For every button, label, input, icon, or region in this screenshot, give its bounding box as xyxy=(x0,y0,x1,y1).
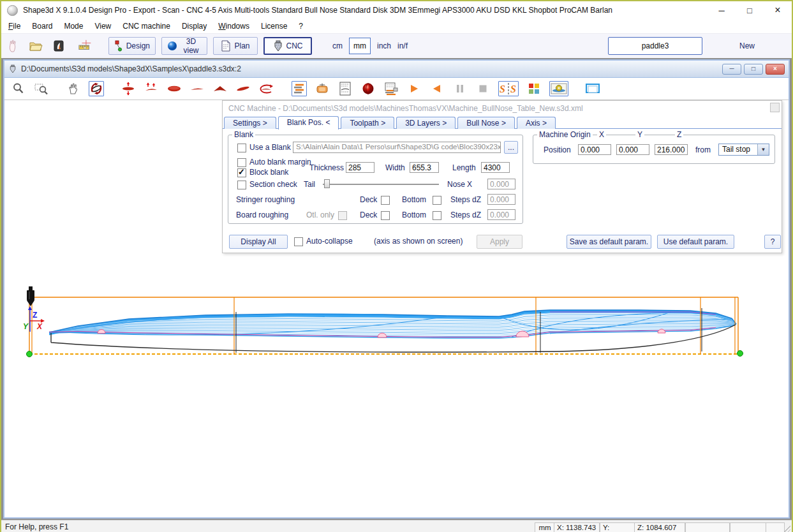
dialog-collapse-button[interactable] xyxy=(770,103,780,112)
tab-axis[interactable]: Axis > xyxy=(517,117,556,129)
resize-grip[interactable] xyxy=(783,526,790,532)
gcode-file-icon[interactable] xyxy=(337,81,353,96)
tab-bull-nose[interactable]: Bull Nose > xyxy=(457,117,515,129)
play-reverse-icon[interactable] xyxy=(429,81,445,96)
color-layers-icon[interactable] xyxy=(526,81,542,96)
length-input[interactable] xyxy=(481,162,510,173)
menu-view[interactable]: View xyxy=(89,20,117,32)
menu-license[interactable]: License xyxy=(255,20,293,32)
slider-thumb[interactable] xyxy=(324,179,330,188)
origin-y-input[interactable] xyxy=(616,144,649,155)
menu-board[interactable]: Board xyxy=(26,20,58,32)
from-dropdown[interactable]: Tail stop ▼ xyxy=(718,144,769,156)
pause-icon[interactable] xyxy=(452,81,468,96)
doc-minimize-button[interactable]: ─ xyxy=(722,64,741,75)
minimize-button[interactable]: ─ xyxy=(708,1,736,19)
origin-z-input[interactable] xyxy=(655,144,688,155)
rotate-3d-icon[interactable] xyxy=(89,81,104,96)
toolpath-file-icon[interactable] xyxy=(383,81,399,96)
open-folder-icon[interactable] xyxy=(28,38,43,54)
maximize-button[interactable]: □ xyxy=(736,1,764,19)
unit-mm-selected[interactable]: mm xyxy=(349,38,371,54)
stringer-deck-checkbox[interactable] xyxy=(381,196,390,205)
scale-thickness-icon[interactable] xyxy=(121,81,136,96)
tab-3d-layers[interactable]: 3D Layers > xyxy=(396,117,456,129)
display-all-button[interactable]: Display All xyxy=(229,235,288,249)
slice-view-icon[interactable] xyxy=(235,81,251,96)
menu-help[interactable]: ? xyxy=(293,20,309,32)
tab-settings[interactable]: Settings > xyxy=(224,117,276,129)
speed-sphere-icon[interactable] xyxy=(360,81,376,96)
svg-text:S: S xyxy=(510,84,516,94)
ruler-icon[interactable] xyxy=(78,38,93,54)
menu-mode[interactable]: Mode xyxy=(58,20,89,32)
design-button[interactable]: Design xyxy=(108,37,156,55)
mirror-toolpath-icon[interactable]: SS xyxy=(498,81,519,96)
new-board-button[interactable]: New xyxy=(702,38,792,54)
dialog-help-button[interactable]: ? xyxy=(764,235,781,249)
origin-x-header: X xyxy=(597,131,606,139)
section-position-slider[interactable] xyxy=(323,179,439,189)
stop-icon[interactable] xyxy=(475,81,491,96)
origin-y-header: Y xyxy=(635,131,644,139)
width-input[interactable] xyxy=(410,162,439,173)
status-bar: For Help, press F1 mm X: 1138.743 Y: -0.… xyxy=(1,520,792,532)
board-bottom-checkbox[interactable] xyxy=(433,211,441,220)
axis-y-label: Y xyxy=(23,322,29,331)
use-default-param-button[interactable]: Use default param. xyxy=(657,235,734,249)
unit-inch[interactable]: inch xyxy=(374,41,394,50)
stringer-bottom-checkbox[interactable] xyxy=(433,196,441,205)
doc-restore-button[interactable]: □ xyxy=(744,64,763,75)
menu-windows[interactable]: Windows xyxy=(212,20,255,32)
section-view-icon[interactable] xyxy=(212,81,228,96)
auto-collapse-checkbox[interactable] xyxy=(294,237,303,246)
menu-file[interactable]: File xyxy=(3,20,26,32)
menu-display[interactable]: Display xyxy=(176,20,212,32)
glove-tool-icon[interactable] xyxy=(5,38,20,54)
unit-inf[interactable]: in/f xyxy=(395,41,410,50)
save-icon[interactable] xyxy=(51,38,66,54)
save-default-param-button[interactable]: Save as default param. xyxy=(567,235,651,249)
position-label: Position xyxy=(544,145,571,154)
design-canvas[interactable]: Z X Y CNC Machine - D:\Documents\S3d mod… xyxy=(4,100,789,517)
outline-view-icon[interactable] xyxy=(167,81,182,96)
browse-blank-button[interactable]: ... xyxy=(504,141,518,154)
origin-x-input[interactable] xyxy=(578,144,611,155)
monitor-view-icon[interactable] xyxy=(585,81,600,96)
axis-z-label: Z xyxy=(33,311,37,320)
close-button[interactable]: × xyxy=(764,1,792,19)
thickness-input[interactable] xyxy=(346,162,374,173)
status-y-coordinate: Y: -0.000 xyxy=(600,522,635,532)
doc-close-button[interactable]: × xyxy=(766,64,785,75)
auto-blank-margin-checkbox[interactable] xyxy=(237,158,246,167)
board-deck-checkbox[interactable] xyxy=(381,211,390,220)
auto-collapse-label: Auto-collapse xyxy=(306,237,353,246)
menu-cnc-machine[interactable]: CNC machine xyxy=(117,20,176,32)
zoom-icon[interactable] xyxy=(11,81,26,96)
nose-origin-handle[interactable] xyxy=(737,351,743,357)
simulation-view-icon[interactable] xyxy=(549,81,568,96)
play-icon[interactable] xyxy=(406,81,422,96)
scale-rocker-icon[interactable] xyxy=(144,81,159,96)
block-blank-checkbox[interactable] xyxy=(237,168,246,177)
board-name-box[interactable]: paddle3 xyxy=(608,37,702,55)
3d-view-button[interactable]: 3D view xyxy=(161,37,207,55)
document-title-bar[interactable]: D:\Documents\S3d models\Shape3dX\Samples… xyxy=(4,61,789,78)
machine-icon[interactable] xyxy=(315,81,330,96)
toolpath-view-icon[interactable] xyxy=(292,81,307,96)
flip-board-icon[interactable] xyxy=(258,81,274,96)
blank-path-field[interactable]: S:\Alain\Alain Data\1 Perso\surf\Shape3D… xyxy=(293,142,501,153)
tab-toolpath[interactable]: Toolpath > xyxy=(341,117,394,129)
auto-blank-margin-label: Auto blank margin xyxy=(249,158,311,166)
chevron-down-icon[interactable]: ▼ xyxy=(757,144,769,155)
zoom-region-icon[interactable] xyxy=(34,81,49,96)
rocker-view-icon[interactable] xyxy=(189,81,205,96)
pan-hand-icon[interactable] xyxy=(66,81,81,96)
section-check-checkbox[interactable] xyxy=(237,181,246,189)
tail-origin-handle[interactable] xyxy=(27,351,33,357)
plan-button[interactable]: Plan xyxy=(213,37,258,55)
cnc-button[interactable]: CNC xyxy=(263,37,312,55)
unit-cm[interactable]: cm xyxy=(330,41,345,50)
use-a-blank-checkbox[interactable] xyxy=(237,144,246,152)
tab-blank-pos[interactable]: Blank Pos. < xyxy=(278,116,339,129)
